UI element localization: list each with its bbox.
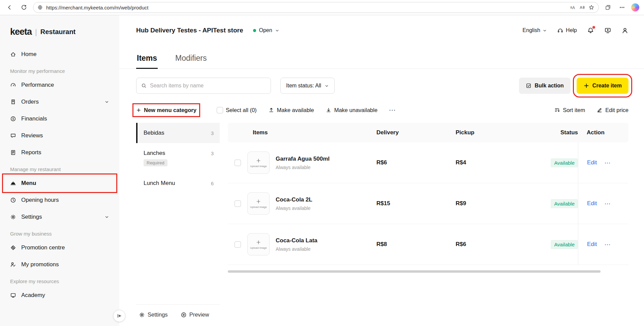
- more-actions-button[interactable]: ⋯: [389, 106, 396, 114]
- edit-link[interactable]: Edit: [587, 241, 597, 248]
- translate-icon[interactable]: aA: [570, 4, 576, 10]
- status-badge: Available: [551, 240, 578, 249]
- upload-image-tile[interactable]: Upload image: [247, 192, 270, 215]
- edit-price-button[interactable]: Edit price: [596, 107, 628, 113]
- new-menu-category-button[interactable]: New menu category: [136, 107, 196, 113]
- read-aloud-icon[interactable]: A: [579, 4, 585, 10]
- menu-preview-button[interactable]: Preview: [181, 311, 209, 318]
- favorite-star-icon[interactable]: [588, 4, 594, 10]
- section-grow: Grow my business: [0, 225, 119, 239]
- language-selector[interactable]: English: [523, 27, 547, 33]
- sidebar-item-menu[interactable]: Menu: [3, 175, 116, 192]
- sidebar-item-academy[interactable]: Academy: [0, 287, 119, 304]
- content-body: Bebidas 3 Lanches 3 Required Lunch Menu …: [136, 123, 628, 326]
- upload-image-tile[interactable]: Upload image: [247, 152, 270, 174]
- browser-menu-icon[interactable]: [617, 2, 627, 12]
- edit-price-label: Edit price: [605, 107, 628, 113]
- make-unavailable-button[interactable]: Make unavailable: [326, 107, 377, 113]
- upload-image-tile[interactable]: Upload image: [247, 233, 270, 255]
- row-checkbox[interactable]: [235, 241, 241, 248]
- site-info-icon[interactable]: [37, 5, 43, 10]
- home-icon: [10, 51, 16, 57]
- row-more-icon[interactable]: ⋯: [604, 159, 611, 167]
- search-icon: [141, 83, 147, 88]
- search-input[interactable]: [150, 83, 266, 89]
- search-box[interactable]: [136, 78, 271, 94]
- delivery-price: R$15: [376, 200, 456, 207]
- store-status-dropdown[interactable]: Open: [253, 27, 279, 33]
- menu-settings-button[interactable]: Settings: [139, 311, 168, 318]
- back-icon[interactable]: [5, 2, 15, 12]
- sidebar-collapse-button[interactable]: [113, 310, 125, 322]
- tab-items[interactable]: Items: [136, 49, 158, 69]
- create-item-button[interactable]: Create item: [577, 78, 628, 94]
- copilot-icon[interactable]: [631, 3, 639, 11]
- edit-link[interactable]: Edit: [587, 200, 597, 207]
- open-status-dot: [253, 29, 256, 32]
- svg-text:A: A: [572, 5, 575, 10]
- store-name: Hub Delivery Testes - APITest store: [136, 27, 243, 34]
- section-manage: Manage my restaurant: [0, 161, 119, 175]
- sidebar-item-opening-hours[interactable]: Opening hours: [0, 192, 119, 209]
- refresh-icon[interactable]: [19, 2, 29, 12]
- account-button[interactable]: [621, 27, 628, 34]
- edit-link[interactable]: Edit: [587, 159, 597, 166]
- address-bar[interactable]: https://merchant.mykeeta.com/m/web/produ…: [33, 2, 599, 13]
- row-checkbox[interactable]: [235, 160, 241, 166]
- tab-modifiers[interactable]: Modifiers: [175, 49, 207, 69]
- sidebar-item-my-promotions[interactable]: My promotions: [0, 256, 119, 273]
- row-more-icon[interactable]: ⋯: [604, 241, 611, 248]
- sidebar-item-label: Reports: [21, 149, 41, 156]
- item-availability: Always available: [276, 165, 330, 170]
- sort-item-button[interactable]: Sort item: [554, 107, 585, 113]
- sidebar-item-financials[interactable]: $ Financials: [0, 110, 119, 127]
- edit-pencil-icon: [596, 107, 603, 113]
- row-checkbox[interactable]: [235, 200, 241, 207]
- category-item-lunch-menu[interactable]: Lunch Menu 6: [136, 173, 220, 193]
- delivery-price: R$6: [376, 159, 456, 166]
- upload-image-label: Upload image: [250, 206, 267, 209]
- collections-icon[interactable]: [603, 2, 613, 12]
- plus-icon: [256, 240, 261, 245]
- header-status: Status: [532, 129, 578, 136]
- section-monitor: Monitor my performance: [0, 63, 119, 77]
- create-item-label: Create item: [592, 83, 622, 89]
- items-table: Items Delivery Pickup Status Action Uplo…: [228, 123, 628, 326]
- brand: keeta | Restaurant: [0, 15, 119, 46]
- help-button[interactable]: Help: [557, 27, 577, 34]
- sidebar-item-performance[interactable]: Performance: [0, 77, 119, 93]
- sidebar-item-home[interactable]: Home: [0, 46, 119, 63]
- sidebar-item-orders[interactable]: Orders: [0, 93, 119, 110]
- sidebar-item-reviews[interactable]: Reviews: [0, 127, 119, 144]
- help-label: Help: [566, 27, 577, 33]
- category-item-bebidas[interactable]: Bebidas 3: [136, 123, 220, 143]
- ellipsis-icon: ⋯: [389, 106, 396, 114]
- clock-icon: [10, 197, 16, 203]
- bulk-action-button[interactable]: Bulk action: [519, 78, 571, 94]
- sidebar-item-reports[interactable]: Reports: [0, 144, 119, 161]
- select-all-control[interactable]: Select all (0): [217, 107, 257, 113]
- sort-icon: [554, 107, 560, 113]
- academy-icon: [10, 292, 16, 298]
- make-available-button[interactable]: Make available: [268, 107, 314, 113]
- item-name: Coca-Cola Lata: [276, 237, 317, 244]
- tabs: Items Modifiers: [119, 46, 644, 69]
- menu-settings-label: Settings: [148, 311, 168, 318]
- horizontal-scrollbar[interactable]: [228, 270, 601, 273]
- plus-icon: [256, 199, 261, 204]
- sidebar-item-settings[interactable]: Settings: [0, 209, 119, 225]
- toolbar: Item status: All Bulk action Create item: [136, 78, 628, 94]
- device-button[interactable]: [604, 27, 611, 34]
- arrow-up-icon: [268, 107, 274, 113]
- collapse-icon: [116, 313, 122, 319]
- item-status-filter[interactable]: Item status: All: [280, 78, 335, 94]
- row-more-icon[interactable]: ⋯: [604, 200, 611, 208]
- chevron-down-icon: [104, 215, 109, 219]
- topbar: Hub Delivery Testes - APITest store Open…: [119, 15, 644, 46]
- item-name: Garrafa Agua 500ml: [276, 156, 330, 162]
- notifications-button[interactable]: [587, 27, 594, 34]
- category-item-lanches[interactable]: Lanches 3 Required: [136, 143, 220, 173]
- category-list: Bebidas 3 Lanches 3 Required Lunch Menu …: [136, 123, 220, 326]
- select-all-checkbox[interactable]: [217, 107, 223, 113]
- sidebar-item-promotion-centre[interactable]: Promotion centre: [0, 239, 119, 256]
